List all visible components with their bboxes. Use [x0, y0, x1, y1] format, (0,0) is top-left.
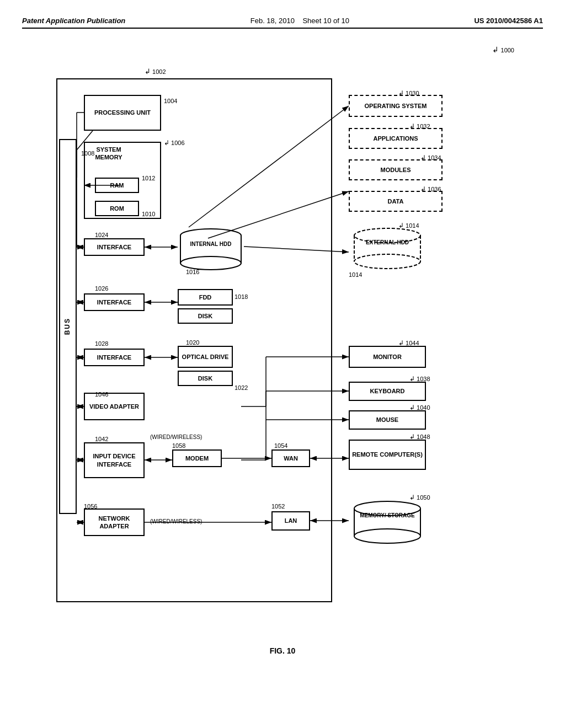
applications-box: APPLICATIONS — [349, 128, 443, 149]
ref-1030: ↲ 1030 — [398, 89, 419, 97]
ref-1004: 1004 — [164, 98, 177, 104]
ref-1052: 1052 — [271, 503, 285, 510]
external-hdd-container: EXTERNAL HDD — [349, 227, 426, 274]
fdd-box: FDD — [178, 289, 233, 306]
ref-1006: ↲ 1006 — [164, 139, 185, 147]
keyboard-box: KEYBOARD — [349, 382, 426, 401]
modem-box: MODEM — [172, 449, 222, 467]
ref-1024: 1024 — [95, 232, 108, 238]
ref-1036: ↲ 1036 — [420, 185, 441, 193]
ref-1014-b: 1014 — [349, 271, 362, 278]
ref-1028: 1028 — [95, 340, 108, 347]
header-right: US 2010/0042586 A1 — [474, 17, 543, 25]
page-header: Patent Application Publication Feb. 18, … — [22, 11, 543, 29]
ref-1044: ↲ 1044 — [398, 339, 419, 347]
ref-1022: 1022 — [234, 384, 248, 391]
ref-1048: ↲ 1048 — [409, 433, 430, 441]
disk-2-box: DISK — [178, 371, 233, 386]
bus-bar: BUS — [59, 139, 77, 514]
ref-1056: 1056 — [84, 503, 97, 510]
operating-system-box: OPERATING SYSTEM — [349, 95, 443, 117]
interface-1026-box: INTERFACE — [84, 293, 145, 311]
ref-1012: 1012 — [142, 175, 155, 181]
monitor-box: MONITOR — [349, 346, 426, 368]
ref-1034: ↲ 1034 — [420, 154, 441, 162]
svg-point-12 — [354, 529, 420, 543]
wan-box: WAN — [271, 449, 310, 467]
bus-label: BUS — [63, 318, 72, 335]
video-adapter-box: VIDEO ADAPTER — [84, 393, 145, 420]
diagram-container: ↲ 1000 ↲ 1002 BUS PROCESSING UNIT 1004 S… — [23, 40, 542, 635]
ref-1050: ↲ 1050 — [409, 494, 430, 501]
network-adapter-box: NETWORK ADAPTER — [84, 508, 145, 536]
data-box: DATA — [349, 191, 443, 212]
ref-1058: 1058 — [172, 442, 185, 449]
interface-1024-box: INTERFACE — [84, 238, 145, 256]
ram-box: RAM — [95, 178, 139, 193]
ref-1026: 1026 — [95, 285, 108, 292]
modules-box: MODULES — [349, 159, 443, 180]
input-device-interface-box: INPUT DEVICE INTERFACE — [84, 442, 145, 478]
memory-storage-container: MEMORY/ STORAGE — [349, 500, 426, 549]
header-center: Feb. 18, 2010 Sheet 10 of 10 — [250, 17, 349, 25]
svg-point-4 — [180, 256, 241, 270]
ref-1008: 1008 — [81, 150, 94, 157]
remote-computers-box: REMOTE COMPUTER(S) — [349, 440, 426, 470]
disk-1-box: DISK — [178, 308, 233, 324]
optical-drive-box: OPTICAL DRIVE — [178, 346, 233, 368]
lan-box: LAN — [271, 511, 310, 531]
wired-wireless-1042-label: (WIRED/WIRELESS) — [150, 434, 202, 440]
figure-label: FIG. 10 — [22, 646, 543, 655]
ref-1046: 1046 — [95, 391, 108, 398]
processing-unit-box: PROCESSING UNIT — [84, 95, 161, 131]
wired-wireless-net-label: (WIRED/WIRELESS) — [150, 518, 202, 524]
internal-hdd-cylinder: INTERNAL HDD — [178, 227, 244, 271]
svg-point-8 — [354, 254, 420, 269]
ref-1054: 1054 — [274, 442, 287, 449]
ref-1038: ↲ 1038 — [409, 375, 430, 383]
ref-1016: 1016 — [186, 269, 199, 275]
mouse-box: MOUSE — [349, 410, 426, 430]
ref-1042: 1042 — [95, 436, 108, 442]
ref-1014-a: ↲ 1014 — [398, 222, 419, 229]
ref-1032: ↲ 1032 — [409, 122, 430, 130]
rom-box: ROM — [95, 201, 139, 216]
header-left: Patent Application Publication — [22, 17, 125, 25]
ref-1002: ↲ 1002 — [145, 67, 166, 76]
ref-1010: 1010 — [142, 211, 155, 217]
page: Patent Application Publication Feb. 18, … — [0, 0, 565, 728]
ref-1018: 1018 — [234, 293, 248, 300]
interface-1028-box: INTERFACE — [84, 349, 145, 366]
ref-1040: ↲ 1040 — [409, 404, 430, 411]
ref-1000: ↲ 1000 — [492, 45, 514, 54]
ref-1020: 1020 — [186, 339, 199, 346]
